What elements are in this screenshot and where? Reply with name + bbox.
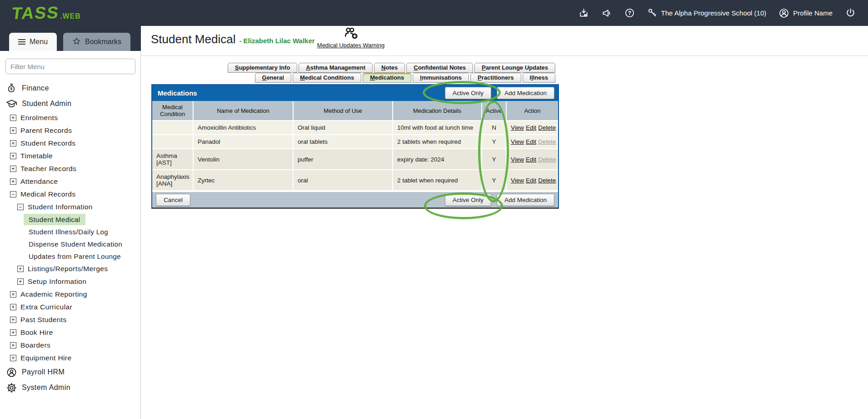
medications-panel: Medications Active Only Add Medication M… — [151, 84, 559, 209]
tab-asthma-management[interactable]: Asthma Management — [299, 63, 373, 73]
cancel-button[interactable]: Cancel — [156, 194, 190, 206]
sidebar-item-updates-from-parent-lounge[interactable]: Updates from Parent Lounge — [0, 250, 140, 263]
sidebar-item-label: Enrolments — [20, 114, 58, 122]
sidebar-item-teacher-records[interactable]: + Teacher Records — [0, 162, 140, 175]
view-link[interactable]: View — [511, 138, 524, 145]
sidebar-item-label: Setup Information — [28, 278, 86, 286]
help-icon: ? — [624, 8, 635, 18]
sidebar-item-student-records[interactable]: + Student Records — [0, 137, 140, 150]
expand-icon: + — [17, 278, 24, 285]
tab-notes[interactable]: Notes — [374, 63, 405, 73]
view-link[interactable]: View — [511, 124, 524, 131]
view-link[interactable]: View — [511, 156, 524, 163]
sidebar-item-equipment-hire[interactable]: + Equipment Hire — [0, 352, 140, 364]
sidebar-item-academic-reporting[interactable]: + Academic Reporting — [0, 288, 140, 301]
sidebar-item-student-illness-daily-log[interactable]: Student Illness/Daily Log — [0, 226, 140, 238]
menu-tab-label: Menu — [30, 38, 48, 46]
sidebar-item-extra-curricular[interactable]: + Extra Curricular — [0, 301, 140, 313]
expand-icon: + — [10, 329, 16, 336]
table-row: Asthma [AST] Ventolin puffer expiry date… — [152, 149, 558, 170]
sidebar-item-book-hire[interactable]: + Book Hire — [0, 326, 140, 339]
help-button[interactable]: ? — [624, 8, 635, 18]
add-medication-button-top[interactable]: Add Medication — [497, 87, 554, 99]
sidebar-item-timetable[interactable]: + Timetable — [0, 150, 140, 162]
col-medical-condition: Medical Condition — [152, 101, 193, 121]
topbar: TASS .WEB ? The Alpha Progressive School… — [0, 0, 868, 26]
add-medication-button-bottom[interactable]: Add Medication — [497, 194, 554, 206]
sidebar-item-medical-records[interactable]: − Medical Records — [0, 188, 140, 201]
medications-panel-header: Medications Active Only Add Medication — [152, 85, 558, 101]
star-icon — [72, 37, 81, 47]
sidebar-item-label: Equipment Hire — [20, 354, 71, 362]
tab-illness[interactable]: Illness — [523, 73, 556, 83]
filter-menu-input[interactable] — [5, 59, 135, 74]
sidebar-item-student-medical[interactable]: Student Medical — [0, 213, 140, 226]
medical-tabs: Supplementary Info Asthma Management Not… — [228, 63, 555, 83]
tab-row-1: Supplementary Info Asthma Management Not… — [228, 63, 555, 73]
tab-row-2: General Medical Conditions Medications I… — [255, 73, 556, 83]
sidebar-item-label: Student Illness/Daily Log — [24, 226, 113, 237]
cell-actions: ViewEditDelete — [506, 135, 558, 149]
sidebar-item-setup-information[interactable]: + Setup Information — [0, 275, 140, 288]
delete-link[interactable]: Delete — [538, 124, 556, 131]
tab-parent-lounge-updates[interactable]: Parent Lounge Updates — [474, 63, 555, 73]
sidebar-item-finance[interactable]: $ Finance — [0, 81, 140, 96]
sidebar-item-payroll-hrm[interactable]: Payroll HRM — [0, 364, 140, 380]
logout-button[interactable] — [845, 7, 856, 19]
active-only-button-top[interactable]: Active Only — [445, 87, 491, 99]
col-method-of-use: Method of Use — [293, 101, 393, 121]
sidebar-item-label: Attendance — [20, 177, 58, 186]
menu-tab[interactable]: Menu — [9, 33, 57, 51]
page-title: Student Medical — [151, 32, 235, 46]
delete-link[interactable]: Delete — [538, 177, 556, 184]
key-icon — [647, 8, 658, 18]
panel-title: Medications — [158, 89, 197, 97]
profile-menu[interactable]: Profile Name — [778, 8, 833, 19]
sidebar-item-label: System Admin — [22, 384, 70, 392]
sidebar-item-label: Timetable — [20, 152, 53, 160]
tab-confidential-notes[interactable]: Confidential Notes — [406, 63, 473, 73]
tab-medications[interactable]: Medications — [363, 73, 411, 83]
tab-general[interactable]: General — [255, 73, 291, 83]
edit-link[interactable]: Edit — [526, 156, 536, 163]
cell-actions: ViewEditDelete — [506, 149, 558, 170]
app-logo[interactable]: TASS .WEB — [12, 4, 81, 23]
cell-method: oral tablets — [293, 135, 393, 149]
bookmarks-tab[interactable]: Bookmarks — [63, 33, 130, 51]
edit-link[interactable]: Edit — [526, 177, 536, 184]
cell-name: Panadol — [193, 135, 293, 149]
sidebar-item-listings-reports-merges[interactable]: + Listings/Reports/Merges — [0, 263, 140, 275]
sidebar-item-past-students[interactable]: + Past Students — [0, 313, 140, 326]
expand-icon: + — [10, 153, 16, 159]
gear-icon — [5, 383, 17, 393]
hamburger-icon — [18, 39, 25, 45]
expand-icon: + — [10, 178, 16, 185]
sidebar-item-boarders[interactable]: + Boarders — [0, 339, 140, 352]
sidebar-item-parent-records[interactable]: + Parent Records — [0, 124, 140, 137]
sidebar-item-enrolments[interactable]: + Enrolments — [0, 111, 140, 124]
school-selector[interactable]: The Alpha Progressive School (10) — [647, 8, 767, 18]
power-icon — [845, 7, 856, 19]
tab-medical-conditions[interactable]: Medical Conditions — [293, 73, 361, 83]
download-button[interactable] — [579, 8, 589, 18]
tab-supplementary-info[interactable]: Supplementary Info — [228, 63, 297, 73]
active-only-button-bottom[interactable]: Active Only — [445, 194, 491, 206]
graduation-cap-icon — [5, 99, 17, 108]
cell-actions: ViewEditDelete — [506, 121, 558, 135]
announcements-button[interactable] — [601, 8, 612, 18]
view-link[interactable]: View — [511, 177, 524, 184]
tab-practitioners[interactable]: Practitioners — [470, 73, 521, 83]
medical-updates-warning-link[interactable]: Medical Updates Warning — [312, 27, 389, 49]
sidebar-item-student-admin[interactable]: Student Admin — [0, 96, 140, 111]
sidebar-item-student-information[interactable]: − Student Information — [0, 201, 140, 213]
sidebar-item-dispense-student-medication[interactable]: Dispense Student Medication — [0, 238, 140, 250]
sidebar-item-system-admin[interactable]: System Admin — [0, 380, 140, 395]
expand-icon: + — [10, 355, 16, 361]
edit-link[interactable]: Edit — [526, 138, 536, 145]
cell-active: Y — [482, 170, 506, 191]
edit-link[interactable]: Edit — [526, 124, 536, 131]
medical-updates-warning-label: Medical Updates Warning — [312, 42, 389, 49]
tab-immunisations[interactable]: Immunisations — [413, 73, 469, 83]
sidebar-item-attendance[interactable]: + Attendance — [0, 175, 140, 188]
cell-method: Oral liquid — [293, 121, 393, 135]
